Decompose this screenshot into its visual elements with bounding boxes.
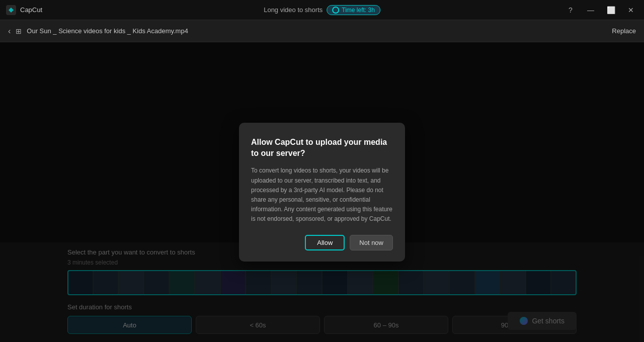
titlebar-right: ? — ⬜ ✕	[564, 3, 638, 17]
time-label: Time left: 3h	[342, 7, 375, 14]
main-content: Select the part you want to convert to s…	[0, 42, 644, 342]
help-button[interactable]: ?	[564, 3, 578, 17]
dialog-overlay: Allow CapCut to upload your media to our…	[0, 42, 644, 342]
file-name-label: Our Sun _ Science videos for kids _ Kids…	[27, 27, 188, 35]
capcut-logo	[6, 5, 16, 15]
allow-button[interactable]: Allow	[305, 235, 345, 250]
replace-button[interactable]: Replace	[612, 27, 636, 35]
permission-dialog: Allow CapCut to upload your media to our…	[239, 123, 405, 262]
close-button[interactable]: ✕	[624, 3, 638, 17]
not-now-button[interactable]: Not now	[350, 235, 393, 250]
titlebar: CapCut Long video to shorts Time left: 3…	[0, 0, 644, 20]
filebar: ‹ ⊞ Our Sun _ Science videos for kids _ …	[0, 20, 644, 42]
titlebar-left: CapCut	[6, 5, 42, 15]
dialog-body: To convert long videos to shorts, your v…	[251, 166, 393, 224]
file-grid-icon: ⊞	[16, 27, 22, 35]
page-title: Long video to shorts	[264, 6, 323, 14]
maximize-button[interactable]: ⬜	[604, 3, 618, 17]
time-badge: Time left: 3h	[327, 5, 380, 15]
clock-icon	[332, 7, 339, 14]
titlebar-center: Long video to shorts Time left: 3h	[264, 5, 380, 15]
dialog-title: Allow CapCut to upload your media to our…	[251, 137, 393, 159]
minimize-button[interactable]: —	[584, 3, 598, 17]
dialog-actions: Allow Not now	[251, 235, 393, 250]
back-button[interactable]: ‹	[8, 27, 11, 36]
app-name-label: CapCut	[20, 6, 42, 14]
